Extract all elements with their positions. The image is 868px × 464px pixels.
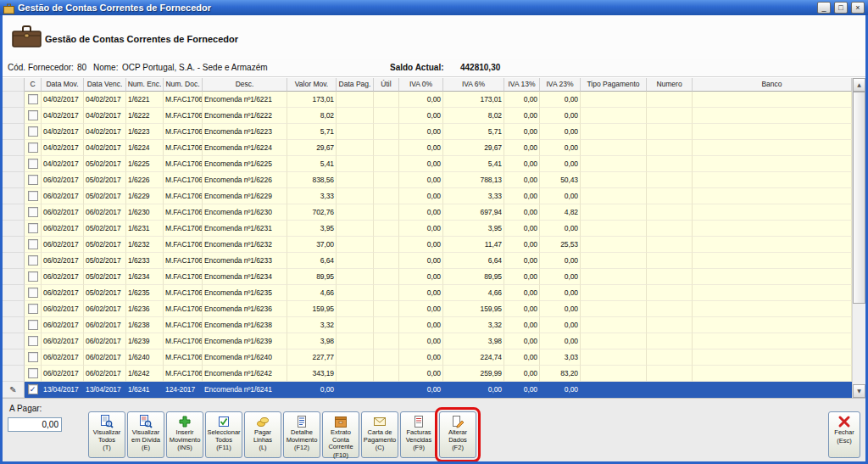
row-select-checkbox[interactable] [25, 301, 42, 317]
cell-iva-0: 0,00 [399, 172, 443, 188]
extrato-conta-corrente-button[interactable]: Extrato Conta Corrente(F10) [322, 411, 359, 458]
row-select-checkbox[interactable] [25, 92, 42, 108]
cell-tipo-pagamento [581, 204, 647, 221]
cell-desc: Encomenda nº1/6222 [203, 108, 287, 124]
scrollbar-thumb[interactable] [853, 92, 865, 304]
cell-iva-23: 3,03 [540, 349, 581, 366]
cell-iva-23: 0,00 [540, 269, 581, 285]
table-row[interactable]: 06/02/201706/02/20171/6230M.FAC1706Encom… [3, 204, 852, 221]
row-select-checkbox[interactable] [25, 317, 42, 333]
alterar-dados-button-key: (F2) [452, 444, 464, 451]
column-header-numero[interactable]: Numero [647, 78, 693, 92]
table-row[interactable]: ✎✓13/04/201713/04/20171/6241124-2017Enco… [3, 382, 852, 398]
table-row[interactable]: 06/02/201706/02/20171/6236M.FAC1706Encom… [3, 301, 852, 317]
row-indicator [3, 317, 25, 333]
a-pagar-input[interactable] [8, 417, 62, 432]
row-select-checkbox[interactable] [25, 108, 42, 124]
column-header-data-venc[interactable]: Data Venc. [84, 78, 126, 92]
visualizar-todos-button[interactable]: Visualizar Todos(T) [88, 411, 125, 458]
row-select-checkbox[interactable] [25, 366, 42, 382]
row-select-checkbox[interactable] [25, 253, 42, 269]
movements-table: CData Mov.Data Venc.Num. Enc.Num. Doc.De… [3, 78, 852, 398]
table-row[interactable]: 04/02/201704/02/20171/6223M.FAC1706Encom… [3, 124, 852, 140]
row-select-checkbox[interactable] [25, 333, 42, 349]
table-row[interactable]: 06/02/201705/02/20171/6232M.FAC1706Encom… [3, 237, 852, 253]
row-indicator [3, 172, 25, 188]
cell-valor-mov: 3,33 [287, 188, 337, 204]
column-header-desc[interactable]: Desc. [203, 78, 287, 92]
table-row[interactable]: 04/02/201704/02/20171/6222M.FAC1706Encom… [3, 108, 852, 124]
table-row[interactable]: 04/02/201704/02/20171/6224M.FAC1706Encom… [3, 140, 852, 156]
column-header-tipo-pagamento[interactable]: Tipo Pagamento [581, 78, 647, 92]
cell-valor-mov: 4,66 [287, 285, 337, 301]
facturas-vencidas-button[interactable]: Facturas Vencidas(F9) [400, 411, 437, 458]
table-row[interactable]: 06/02/201705/02/20171/6231M.FAC1706Encom… [3, 221, 852, 237]
row-select-checkbox[interactable] [25, 285, 42, 301]
detalhe-movimento-button[interactable]: Detalhe Movimento(F12) [283, 411, 320, 458]
visualizar-em-divida-button[interactable]: Visualizar em Dívida(E) [127, 411, 164, 458]
carta-de-pagamento-button[interactable]: Carta de Pagamento(C) [361, 411, 398, 458]
column-header-iva-13[interactable]: IVA 13% [504, 78, 540, 92]
table-row[interactable]: 06/02/201706/02/20171/6239M.FAC1706Encom… [3, 333, 852, 349]
table-row[interactable]: 06/02/201705/02/20171/6233M.FAC1706Encom… [3, 253, 852, 269]
table-row[interactable]: 06/02/201705/02/20171/6226M.FAC1706Encom… [3, 172, 852, 188]
table-row[interactable]: 06/02/201705/02/20171/6229M.FAC1706Encom… [3, 188, 852, 204]
row-select-checkbox[interactable] [25, 237, 42, 253]
column-header-iva-23[interactable]: IVA 23% [540, 78, 581, 92]
table-row[interactable]: 06/02/201706/02/20171/6238M.FAC1706Encom… [3, 317, 852, 333]
column-header-data-mov[interactable]: Data Mov. [42, 78, 84, 92]
maximize-button[interactable]: □ [834, 2, 848, 14]
pagar-linhas-button[interactable]: Pagar Linhas(L) [244, 411, 281, 458]
inserir-movimento-button[interactable]: Inserir Movimento(INS) [166, 411, 203, 458]
row-select-checkbox[interactable] [25, 140, 42, 156]
checkbox-icon [28, 239, 38, 249]
minimize-button[interactable]: _ [817, 2, 831, 14]
column-header-iva-0[interactable]: IVA 0% [399, 78, 443, 92]
cell-data-mov: 06/02/2017 [42, 301, 84, 317]
column-header-util[interactable]: Útil [374, 78, 399, 92]
table-row[interactable]: 06/02/201705/02/20171/6234M.FAC1706Encom… [3, 269, 852, 285]
fechar-button[interactable]: Fechar (Esc) [828, 411, 860, 458]
cell-numero [647, 349, 693, 366]
row-indicator [3, 156, 25, 172]
column-header-num-enc[interactable]: Num. Enc. [126, 78, 164, 92]
close-red-icon [837, 415, 851, 428]
column-header-checkbox[interactable]: C [25, 78, 42, 92]
table-row[interactable]: 06/02/201706/02/20171/6240M.FAC1706Encom… [3, 349, 852, 366]
cell-numero [647, 156, 693, 172]
cell-num-enc: 1/6230 [126, 204, 164, 221]
cell-banco [693, 366, 852, 382]
seleccionar-todos-button[interactable]: Seleccionar Todos(F11) [205, 411, 242, 458]
column-header-data-pag[interactable]: Data Pag. [337, 78, 374, 92]
cell-iva-13: 0,00 [504, 156, 540, 172]
row-select-checkbox[interactable] [25, 188, 42, 204]
alterar-dados-button[interactable]: Alterar Dados(F2) [439, 411, 476, 458]
cell-data-mov: 06/02/2017 [42, 269, 84, 285]
column-header-valor-mov[interactable]: Valor Mov. [287, 78, 337, 92]
table-row[interactable]: 04/02/201705/02/20171/6225M.FAC1706Encom… [3, 156, 852, 172]
row-select-checkbox[interactable] [25, 172, 42, 188]
cell-data-venc: 05/02/2017 [84, 172, 126, 188]
scroll-up-arrow-icon[interactable]: ▲ [853, 78, 865, 92]
cell-banco [693, 221, 852, 237]
cell-num-enc: 1/6226 [126, 172, 164, 188]
row-select-checkbox[interactable] [25, 221, 42, 237]
column-header-banco[interactable]: Banco [693, 78, 852, 92]
cell-num-doc: M.FAC1706 [164, 253, 203, 269]
row-select-checkbox[interactable] [25, 156, 42, 172]
column-header-iva-6[interactable]: IVA 6% [443, 78, 504, 92]
column-header-num-doc[interactable]: Num. Doc. [164, 78, 203, 92]
cell-data-mov: 06/02/2017 [42, 366, 84, 382]
row-select-checkbox[interactable] [25, 204, 42, 221]
cell-desc: Encomenda nº1/6238 [203, 317, 287, 333]
table-row[interactable]: 04/02/201704/02/20171/6221M.FAC1706Encom… [3, 92, 852, 108]
row-select-checkbox[interactable] [25, 269, 42, 285]
row-select-checkbox[interactable] [25, 124, 42, 140]
vertical-scrollbar[interactable]: ▲ ▼ [852, 78, 865, 398]
scroll-down-arrow-icon[interactable]: ▼ [853, 384, 865, 398]
row-select-checkbox[interactable] [25, 349, 42, 366]
table-row[interactable]: 06/02/201706/02/20171/6242M.FAC1706Encom… [3, 366, 852, 382]
close-window-button[interactable]: × [851, 2, 865, 14]
row-select-checkbox[interactable]: ✓ [25, 382, 42, 398]
table-row[interactable]: 06/02/201705/02/20171/6235M.FAC1706Encom… [3, 285, 852, 301]
